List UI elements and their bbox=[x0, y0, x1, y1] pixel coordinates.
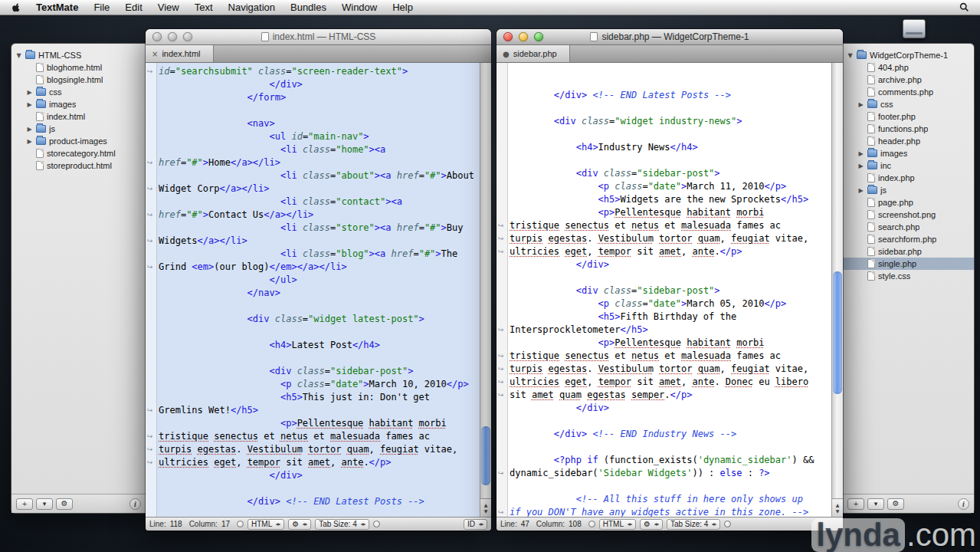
file-item-header.php[interactable]: header.php bbox=[843, 135, 974, 147]
file-item-style.css[interactable]: style.css bbox=[843, 270, 974, 282]
editor-index-html[interactable]: ↪↪↪↪↪↪↪↪↪↪ id="searchsubmit" class="scre… bbox=[146, 63, 491, 517]
tab-modified-icon[interactable]: ● bbox=[503, 50, 510, 58]
file-item-functions.php[interactable]: functions.php bbox=[843, 123, 974, 135]
language-popup[interactable]: HTML bbox=[247, 519, 284, 530]
menu-edit[interactable]: Edit bbox=[117, 2, 149, 13]
file-item-footer.php[interactable]: footer.php bbox=[843, 110, 974, 123]
file-item-comments.php[interactable]: comments.php bbox=[843, 86, 974, 98]
file-item-archive.php[interactable]: archive.php bbox=[843, 74, 974, 86]
soft-wrap-indicator-icon[interactable] bbox=[373, 521, 380, 527]
code-line: <li class="contact"><a bbox=[159, 196, 480, 209]
gear-menu-button[interactable]: ⚙ bbox=[640, 519, 663, 530]
vertical-scrollbar[interactable]: ▲▼ bbox=[480, 63, 491, 517]
action-gear-button[interactable]: ⚙ bbox=[56, 498, 73, 510]
file-item-404.php[interactable]: 404.php bbox=[843, 61, 974, 74]
apple-menu-icon[interactable] bbox=[11, 2, 22, 13]
info-button[interactable]: i bbox=[958, 498, 969, 510]
zoom-button[interactable] bbox=[183, 32, 192, 41]
file-item-screenshot.png[interactable]: screenshot.png bbox=[843, 209, 974, 221]
disclosure-triangle-icon[interactable]: ▶ bbox=[26, 101, 33, 108]
file-item-storecategory.html[interactable]: storecategory.html bbox=[11, 147, 146, 159]
new-file-button[interactable]: + bbox=[847, 498, 864, 510]
file-item-HTML-CSS[interactable]: ▼HTML-CSS bbox=[11, 49, 146, 61]
code-area[interactable]: id="searchsubmit" class="screen-reader-t… bbox=[159, 65, 480, 517]
file-item-images[interactable]: ▶images bbox=[11, 98, 146, 110]
file-item-sidebar.php[interactable]: sidebar.php bbox=[843, 245, 974, 258]
symbol-popup[interactable]: ID bbox=[464, 519, 487, 530]
close-button[interactable] bbox=[503, 32, 513, 41]
disclosure-triangle-icon[interactable]: ▶ bbox=[857, 150, 864, 157]
disclosure-triangle-icon[interactable]: ▶ bbox=[857, 187, 864, 194]
code-line: Intersprockletometer</h5> bbox=[510, 324, 831, 337]
file-item-blogsingle.html[interactable]: blogsingle.html bbox=[11, 74, 146, 86]
file-item-storeproduct.html[interactable]: storeproduct.html bbox=[11, 159, 146, 172]
scrollbar-arrows[interactable]: ▲▼ bbox=[832, 498, 843, 517]
new-folder-button[interactable]: ▾ bbox=[867, 498, 884, 510]
menu-help[interactable]: Help bbox=[385, 2, 421, 13]
disclosure-triangle-icon[interactable]: ▼ bbox=[15, 52, 22, 59]
title-bar[interactable]: index.html — HTML-CSS bbox=[146, 29, 491, 45]
file-item-inc[interactable]: ▶inc bbox=[843, 159, 974, 172]
file-icon bbox=[36, 112, 44, 121]
menu-bundles[interactable]: Bundles bbox=[283, 2, 334, 13]
tab-close-icon[interactable]: × bbox=[152, 50, 158, 58]
file-item-index.html[interactable]: index.html bbox=[11, 110, 146, 123]
info-button[interactable]: i bbox=[129, 498, 141, 510]
scrollbar-arrows[interactable]: ▲▼ bbox=[480, 498, 491, 517]
file-item-js[interactable]: ▶js bbox=[11, 123, 146, 135]
close-button[interactable] bbox=[152, 32, 162, 41]
menu-window[interactable]: Window bbox=[334, 2, 385, 13]
menu-navigation[interactable]: Navigation bbox=[221, 2, 283, 13]
disclosure-triangle-icon[interactable]: ▶ bbox=[26, 126, 33, 133]
code-line bbox=[159, 482, 480, 495]
file-item-images[interactable]: ▶images bbox=[843, 147, 974, 159]
tab-size-popup[interactable]: Tab Size: 4 bbox=[315, 519, 369, 530]
zoom-button[interactable] bbox=[534, 32, 543, 41]
disclosure-triangle-icon[interactable]: ▼ bbox=[847, 52, 854, 59]
file-item-single.php[interactable]: single.php bbox=[843, 258, 974, 270]
scrollbar-thumb[interactable] bbox=[481, 426, 490, 485]
disclosure-triangle-icon[interactable]: ▶ bbox=[26, 89, 33, 96]
wrap-indicator-icon: ↪ bbox=[147, 237, 153, 245]
file-item-product-images[interactable]: ▶product-images bbox=[11, 135, 146, 147]
language-popup[interactable]: HTML bbox=[599, 519, 636, 530]
bundle-indicator-icon[interactable] bbox=[588, 521, 595, 527]
wrap-indicator-icon: ↪ bbox=[498, 235, 504, 242]
file-item-searchform.php[interactable]: searchform.php bbox=[843, 233, 974, 245]
new-file-button[interactable]: + bbox=[16, 498, 33, 510]
tab-size-popup[interactable]: Tab Size: 4 bbox=[667, 519, 720, 530]
menu-text[interactable]: Text bbox=[187, 2, 221, 13]
file-item-js[interactable]: ▶js bbox=[843, 184, 974, 196]
gear-menu-button[interactable]: ⚙ bbox=[288, 519, 311, 530]
file-icon bbox=[867, 222, 875, 232]
scrollbar-thumb[interactable] bbox=[833, 271, 842, 394]
file-item-WidgetCorpTheme-1[interactable]: ▼WidgetCorpTheme-1 bbox=[843, 49, 974, 61]
bundle-indicator-icon[interactable] bbox=[237, 521, 244, 527]
menu-file[interactable]: File bbox=[86, 2, 117, 13]
disclosure-triangle-icon[interactable]: ▶ bbox=[857, 101, 864, 108]
vertical-scrollbar[interactable]: ▲▼ bbox=[831, 63, 843, 517]
file-item-page.php[interactable]: page.php bbox=[843, 196, 974, 209]
menu-textmate[interactable]: TextMate bbox=[28, 2, 86, 13]
menu-view[interactable]: View bbox=[150, 2, 187, 13]
tab-sidebar-php[interactable]: ● sidebar.php bbox=[497, 45, 570, 62]
disclosure-triangle-icon[interactable]: ▶ bbox=[857, 163, 864, 169]
status-bar: Line: 118 Column: 17 HTML ⚙ Tab Size: 4 … bbox=[146, 517, 491, 531]
file-item-css[interactable]: ▶css bbox=[11, 86, 146, 98]
file-item-css[interactable]: ▶css bbox=[843, 98, 974, 110]
action-gear-button[interactable]: ⚙ bbox=[887, 498, 904, 510]
minimize-button[interactable] bbox=[519, 32, 528, 41]
editor-sidebar-php[interactable]: ↪↪↪↪↪↪↪↪↪↪ </div> <!-- END Latest Posts … bbox=[497, 63, 843, 517]
tab-index-html[interactable]: × index.html bbox=[146, 45, 214, 62]
code-area[interactable]: </div> <!-- END Latest Posts --> <div cl… bbox=[510, 63, 831, 517]
spotlight-icon[interactable] bbox=[955, 1, 972, 15]
new-folder-button[interactable]: ▾ bbox=[36, 498, 53, 510]
minimize-button[interactable] bbox=[168, 32, 177, 41]
file-item-bloghome.html[interactable]: bloghome.html bbox=[11, 61, 146, 74]
soft-wrap-indicator-icon[interactable] bbox=[724, 521, 731, 527]
file-item-index.php[interactable]: index.php bbox=[843, 172, 974, 184]
file-item-search.php[interactable]: search.php bbox=[843, 221, 974, 233]
disclosure-triangle-icon[interactable]: ▶ bbox=[26, 138, 33, 145]
title-bar[interactable]: sidebar.php — WidgetCorpTheme-1 bbox=[497, 29, 843, 45]
hard-drive-icon[interactable] bbox=[903, 19, 926, 38]
